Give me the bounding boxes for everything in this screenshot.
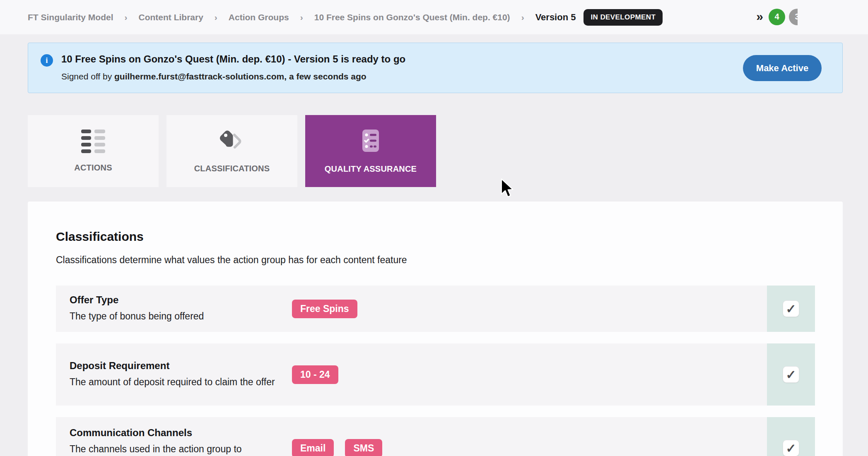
- row-description: The type of bonus being offered: [70, 310, 279, 323]
- page-title: Classifications: [56, 230, 815, 244]
- breadcrumb: FT Singularity Model › Content Library ›…: [28, 9, 663, 26]
- signoff-prefix: Signed off by: [61, 72, 114, 81]
- banner-signoff: Signed off by guilherme.furst@fasttrack-…: [61, 72, 405, 82]
- breadcrumb-item-version: Version 5: [535, 12, 576, 23]
- approval-checkbox[interactable]: ✓: [783, 440, 799, 456]
- signoff-time: , a few seconds ago: [284, 72, 366, 81]
- chevron-right-icon: ›: [215, 12, 217, 22]
- row-name: Deposit Requirement: [70, 360, 279, 372]
- make-active-button[interactable]: Make Active: [743, 55, 822, 81]
- checkmark-icon: ✓: [786, 302, 796, 316]
- checkmark-icon: ✓: [786, 367, 796, 382]
- list-icon: [81, 130, 105, 153]
- row-description: The amount of deposit required to claim …: [70, 375, 279, 389]
- version-circle-3[interactable]: 3: [789, 9, 798, 25]
- chevron-right-icon: ›: [521, 12, 524, 22]
- value-badge[interactable]: 10 - 24: [292, 365, 338, 384]
- double-chevron-icon[interactable]: »: [756, 10, 763, 23]
- signoff-email: guilherme.furst@fasttrack-solutions.com: [114, 72, 284, 81]
- checklist-icon: [362, 129, 380, 154]
- tab-quality-assurance-label: QUALITY ASSURANCE: [325, 164, 417, 174]
- tag-icon: [219, 129, 245, 154]
- row-description: The channels used in the action group to…: [70, 442, 279, 456]
- chevron-right-icon: ›: [125, 12, 128, 22]
- approval-cell: ✓: [767, 286, 815, 332]
- value-badge[interactable]: Email: [292, 439, 334, 456]
- banner-title: 10 Free Spins on Gonzo's Quest (Min. dep…: [61, 52, 405, 66]
- page-description: Classifications determine what values th…: [56, 254, 815, 266]
- breadcrumb-item-content-library[interactable]: Content Library: [139, 12, 203, 22]
- tab-classifications[interactable]: CLASSIFICATIONS: [166, 115, 297, 187]
- approval-cell: ✓: [767, 417, 815, 456]
- version-circle-stack: 4 3: [769, 9, 798, 26]
- info-icon: i: [41, 54, 53, 67]
- tab-quality-assurance[interactable]: QUALITY ASSURANCE: [305, 115, 436, 187]
- version-quick-nav: » 4 3: [756, 0, 798, 34]
- breadcrumb-item-model[interactable]: FT Singularity Model: [28, 12, 113, 22]
- status-badge: IN DEVELOPMENT: [583, 9, 663, 26]
- row-name: Communication Channels: [70, 427, 279, 439]
- tab-classifications-label: CLASSIFICATIONS: [194, 164, 270, 173]
- classifications-panel: Classifications Classifications determin…: [28, 202, 843, 456]
- mouse-cursor: [500, 178, 514, 200]
- row-name: Offer Type: [70, 294, 279, 306]
- approval-cell: ✓: [767, 343, 815, 406]
- classification-row-deposit-requirement: Deposit Requirement The amount of deposi…: [56, 343, 815, 406]
- section-tabs: ACTIONS CLASSIFICATIONS QUALITY: [28, 115, 436, 187]
- tab-actions[interactable]: ACTIONS: [28, 115, 159, 187]
- approval-checkbox[interactable]: ✓: [783, 366, 799, 383]
- value-badge[interactable]: Free Spins: [292, 300, 357, 318]
- ready-banner: i 10 Free Spins on Gonzo's Quest (Min. d…: [28, 43, 843, 93]
- chevron-right-icon: ›: [300, 12, 303, 22]
- classification-row-offer-type: Offer Type The type of bonus being offer…: [56, 286, 815, 332]
- breadcrumb-item-action-group[interactable]: 10 Free Spins on Gonzo's Quest (Min. dep…: [314, 12, 510, 22]
- classification-row-communication-channels: Communication Channels The channels used…: [56, 417, 815, 456]
- breadcrumb-item-action-groups[interactable]: Action Groups: [229, 12, 289, 22]
- version-circle-4[interactable]: 4: [769, 9, 785, 25]
- approval-checkbox[interactable]: ✓: [783, 300, 799, 317]
- value-badge[interactable]: SMS: [345, 439, 382, 456]
- checkmark-icon: ✓: [786, 441, 796, 456]
- breadcrumb-bar: FT Singularity Model › Content Library ›…: [0, 0, 868, 34]
- tab-actions-label: ACTIONS: [74, 163, 112, 173]
